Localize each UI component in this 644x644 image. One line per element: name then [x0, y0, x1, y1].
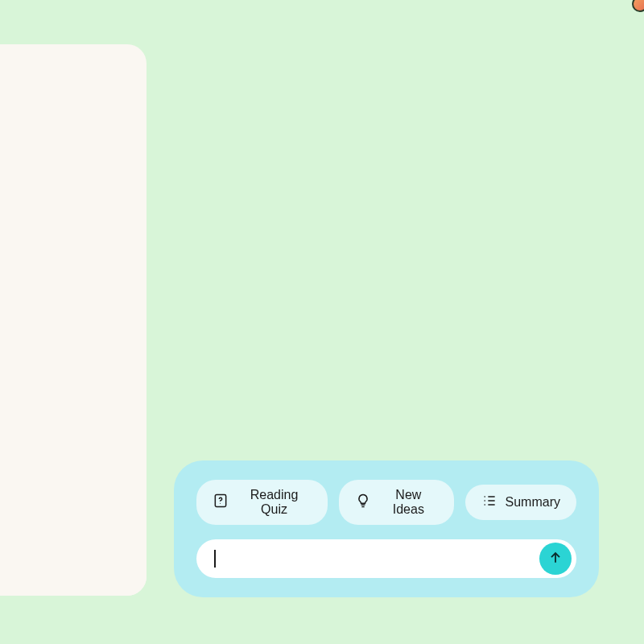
chat-panel: Reading Quiz New Ideas Summary — [174, 460, 599, 597]
arrow-up-icon — [547, 550, 564, 568]
document-panel: who is considered to be o the poet Lord … — [0, 44, 147, 596]
document-paragraph: who is considered to be o the poet Lord … — [0, 169, 122, 205]
reading-quiz-chip[interactable]: Reading Quiz — [196, 480, 328, 525]
send-button[interactable] — [539, 543, 572, 575]
new-ideas-chip[interactable]: New Ideas — [339, 480, 453, 525]
quiz-icon — [213, 493, 229, 512]
svg-point-1 — [220, 503, 221, 504]
document-paragraph: is tutored by some of t Charles Babbage,… — [0, 233, 122, 305]
lightbulb-icon — [355, 493, 371, 512]
chat-input-row — [196, 539, 576, 578]
svg-point-3 — [484, 500, 485, 502]
chip-label: Summary — [506, 495, 560, 510]
suggestion-chips: Reading Quiz New Ideas Summary — [196, 480, 576, 525]
list-icon — [481, 493, 497, 512]
chip-label: New Ideas — [379, 488, 437, 517]
document-fade-overlay — [0, 507, 147, 596]
document-paragraph: the development of cal Engine from Frenc… — [0, 332, 122, 423]
chip-label: Reading Quiz — [237, 488, 312, 517]
svg-point-4 — [484, 504, 485, 506]
avatar[interactable] — [632, 0, 644, 12]
summary-chip[interactable]: Summary — [465, 485, 576, 520]
svg-point-2 — [484, 496, 485, 497]
